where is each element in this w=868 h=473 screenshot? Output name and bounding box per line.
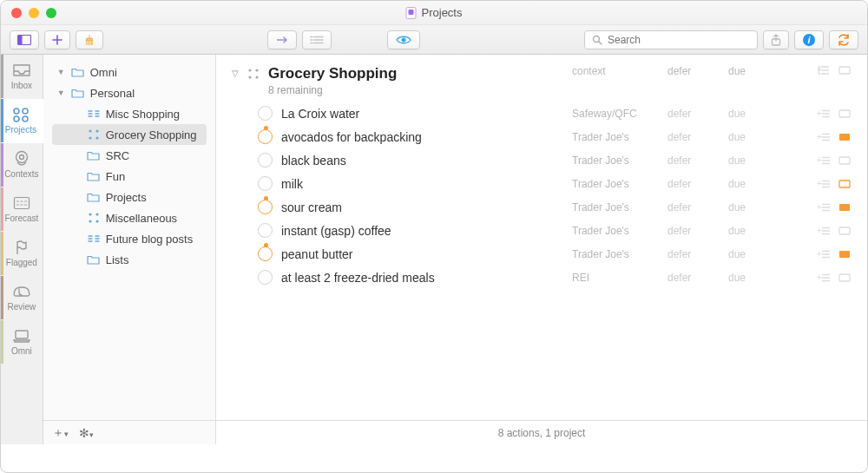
- laptop-icon: [12, 328, 31, 344]
- task-note-icon[interactable]: +: [817, 179, 831, 189]
- task-title: avocados for backpacking: [281, 130, 563, 144]
- svg-rect-36: [839, 181, 850, 187]
- sidebar-row-label: Omni: [90, 66, 117, 79]
- task-row[interactable]: avocados for backpackingTrader Joe'sdefe…: [216, 125, 867, 148]
- add-menu-button[interactable]: ＋▾: [52, 425, 69, 441]
- task-checkbox[interactable]: [258, 153, 273, 168]
- window-zoom-button[interactable]: [46, 8, 56, 18]
- task-note-icon[interactable]: +: [817, 132, 831, 142]
- task-flag-icon[interactable]: [838, 108, 852, 119]
- task-note-icon[interactable]: +: [817, 226, 831, 236]
- task-checkbox[interactable]: [258, 176, 273, 191]
- task-checkbox[interactable]: [258, 246, 273, 261]
- svg-point-9: [14, 116, 19, 122]
- rail-label: Forecast: [4, 214, 38, 223]
- sidebar-row[interactable]: Future blog posts: [52, 228, 207, 249]
- svg-point-8: [23, 108, 28, 114]
- task-due: due: [728, 154, 780, 167]
- task-row[interactable]: peanut butterTrader Joe'sdeferdue+: [216, 242, 867, 266]
- project-subtitle: 8 remaining: [268, 84, 563, 96]
- svg-text:+: +: [817, 179, 822, 188]
- sidebar-row[interactable]: SRC: [52, 145, 207, 166]
- task-note-icon[interactable]: +: [817, 273, 831, 283]
- task-flag-icon[interactable]: [838, 249, 852, 259]
- sidebar-row[interactable]: ▼Omni: [52, 62, 207, 82]
- task-due: due: [728, 248, 780, 260]
- status-text: 8 actions, 1 project: [498, 427, 586, 439]
- cleanup-button[interactable]: [76, 30, 103, 49]
- task-row[interactable]: milkTrader Joe'sdeferdue+: [216, 172, 867, 195]
- sidebar-row-label: SRC: [106, 149, 129, 162]
- window-minimize-button[interactable]: [29, 8, 39, 18]
- svg-point-11: [16, 152, 27, 163]
- add-button[interactable]: [44, 30, 70, 49]
- svg-point-16: [95, 129, 98, 132]
- svg-point-3: [593, 36, 599, 42]
- document-icon: [406, 7, 417, 19]
- view-options-button[interactable]: [387, 30, 420, 49]
- task-checkbox[interactable]: [258, 106, 273, 121]
- svg-point-19: [89, 213, 91, 215]
- sidebar-row[interactable]: Miscellaneous: [52, 207, 207, 228]
- svg-text:+: +: [817, 249, 822, 259]
- project-title: Grocery Shopping: [268, 65, 563, 82]
- sidebar-row-label: Projects: [106, 191, 147, 204]
- task-row[interactable]: at least 2 freeze-dried mealsREIdeferdue…: [216, 266, 867, 289]
- task-checkbox[interactable]: [258, 129, 273, 144]
- task-flag-icon[interactable]: [838, 179, 852, 189]
- sidebar-row[interactable]: Fun: [52, 166, 207, 187]
- rail-contexts[interactable]: Contexts: [1, 143, 43, 187]
- rail-label: Inbox: [11, 81, 32, 90]
- folder-icon: [87, 253, 101, 266]
- search-input[interactable]: [608, 34, 750, 46]
- sidebar-row[interactable]: Misc Shopping: [52, 103, 207, 124]
- rail-omni[interactable]: Omni: [1, 320, 43, 365]
- task-note-icon[interactable]: +: [817, 155, 831, 166]
- task-checkbox[interactable]: [258, 223, 273, 238]
- task-flag-icon[interactable]: [838, 132, 852, 142]
- rail-flagged[interactable]: Flagged: [1, 232, 43, 276]
- task-row[interactable]: sour creamTrader Joe'sdeferdue+: [216, 195, 867, 219]
- task-note-icon[interactable]: +: [817, 249, 831, 259]
- sidebar-row[interactable]: Projects: [52, 187, 207, 207]
- task-note-icon[interactable]: +: [817, 108, 831, 119]
- task-flag-icon[interactable]: [838, 226, 852, 236]
- info-button[interactable]: i: [794, 30, 824, 49]
- rail-review[interactable]: Review: [1, 276, 43, 320]
- projects-icon: [11, 107, 30, 122]
- note-icon[interactable]: +: [817, 65, 831, 76]
- action-menu-button[interactable]: ✻▾: [79, 426, 94, 440]
- toggle-sidebar-button[interactable]: [10, 30, 39, 49]
- svg-rect-13: [14, 198, 29, 209]
- folder-icon: [71, 86, 85, 100]
- attach-icon[interactable]: [838, 65, 852, 76]
- rail-forecast[interactable]: Forecast: [1, 187, 43, 232]
- task-checkbox[interactable]: [258, 270, 273, 285]
- list-view-button[interactable]: [302, 30, 332, 49]
- share-button[interactable]: [763, 30, 789, 49]
- task-row[interactable]: La Croix waterSafeway/QFCdeferdue+: [216, 102, 867, 125]
- sidebar-row[interactable]: Grocery Shopping: [52, 124, 207, 145]
- rail-projects[interactable]: Projects: [1, 99, 43, 143]
- rail-inbox[interactable]: Inbox: [1, 55, 43, 99]
- sync-button[interactable]: [829, 30, 858, 49]
- task-checkbox[interactable]: [258, 200, 273, 214]
- sidebar-row[interactable]: ▼Personal: [52, 82, 207, 103]
- task-defer: defer: [667, 108, 720, 120]
- svg-text:+: +: [817, 108, 822, 118]
- task-flag-icon[interactable]: [838, 155, 852, 166]
- task-flag-icon[interactable]: [838, 202, 852, 213]
- parallel-project-icon: [87, 232, 101, 246]
- task-row[interactable]: black beansTrader Joe'sdeferdue+: [216, 148, 867, 172]
- search-field[interactable]: [584, 30, 758, 49]
- collapse-icon[interactable]: ▽: [232, 65, 239, 78]
- task-note-icon[interactable]: +: [817, 202, 831, 213]
- contexts-icon: [12, 151, 31, 167]
- task-flag-icon[interactable]: [838, 273, 852, 283]
- sidebar-row-label: Future blog posts: [106, 233, 193, 246]
- window-close-button[interactable]: [11, 8, 22, 18]
- quick-entry-button[interactable]: [267, 30, 297, 49]
- sidebar: ▼Omni▼PersonalMisc ShoppingGrocery Shopp…: [43, 55, 216, 444]
- task-row[interactable]: instant (gasp) coffeeTrader Joe'sdeferdu…: [216, 219, 867, 242]
- sidebar-row[interactable]: Lists: [52, 249, 207, 270]
